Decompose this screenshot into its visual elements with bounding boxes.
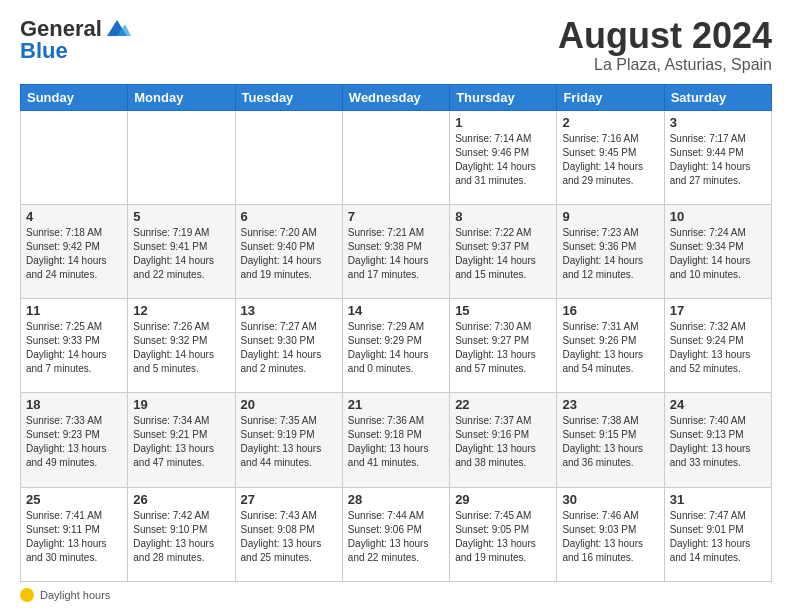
table-row: 17Sunrise: 7:32 AMSunset: 9:24 PMDayligh…: [664, 299, 771, 393]
calendar-table: Sunday Monday Tuesday Wednesday Thursday…: [20, 84, 772, 582]
main-title: August 2024: [558, 16, 772, 56]
day-number: 19: [133, 397, 229, 412]
col-saturday: Saturday: [664, 84, 771, 110]
day-number: 27: [241, 492, 337, 507]
table-row: 31Sunrise: 7:47 AMSunset: 9:01 PMDayligh…: [664, 487, 771, 581]
day-number: 13: [241, 303, 337, 318]
day-number: 23: [562, 397, 658, 412]
table-row: 13Sunrise: 7:27 AMSunset: 9:30 PMDayligh…: [235, 299, 342, 393]
day-info: Sunrise: 7:14 AMSunset: 9:46 PMDaylight:…: [455, 132, 551, 188]
day-info: Sunrise: 7:22 AMSunset: 9:37 PMDaylight:…: [455, 226, 551, 282]
table-row: 23Sunrise: 7:38 AMSunset: 9:15 PMDayligh…: [557, 393, 664, 487]
day-number: 31: [670, 492, 766, 507]
table-row: 6Sunrise: 7:20 AMSunset: 9:40 PMDaylight…: [235, 204, 342, 298]
day-info: Sunrise: 7:36 AMSunset: 9:18 PMDaylight:…: [348, 414, 444, 470]
table-row: 30Sunrise: 7:46 AMSunset: 9:03 PMDayligh…: [557, 487, 664, 581]
calendar-week-row: 1Sunrise: 7:14 AMSunset: 9:46 PMDaylight…: [21, 110, 772, 204]
col-monday: Monday: [128, 84, 235, 110]
table-row: 24Sunrise: 7:40 AMSunset: 9:13 PMDayligh…: [664, 393, 771, 487]
daylight-icon: [20, 588, 34, 602]
day-info: Sunrise: 7:47 AMSunset: 9:01 PMDaylight:…: [670, 509, 766, 565]
daylight-label: Daylight hours: [40, 589, 110, 601]
day-number: 29: [455, 492, 551, 507]
day-number: 2: [562, 115, 658, 130]
subtitle: La Plaza, Asturias, Spain: [558, 56, 772, 74]
table-row: 9Sunrise: 7:23 AMSunset: 9:36 PMDaylight…: [557, 204, 664, 298]
table-row: 10Sunrise: 7:24 AMSunset: 9:34 PMDayligh…: [664, 204, 771, 298]
day-number: 16: [562, 303, 658, 318]
calendar-week-row: 11Sunrise: 7:25 AMSunset: 9:33 PMDayligh…: [21, 299, 772, 393]
table-row: 25Sunrise: 7:41 AMSunset: 9:11 PMDayligh…: [21, 487, 128, 581]
table-row: 3Sunrise: 7:17 AMSunset: 9:44 PMDaylight…: [664, 110, 771, 204]
day-info: Sunrise: 7:24 AMSunset: 9:34 PMDaylight:…: [670, 226, 766, 282]
col-thursday: Thursday: [450, 84, 557, 110]
table-row: 7Sunrise: 7:21 AMSunset: 9:38 PMDaylight…: [342, 204, 449, 298]
title-area: August 2024 La Plaza, Asturias, Spain: [558, 16, 772, 74]
day-info: Sunrise: 7:23 AMSunset: 9:36 PMDaylight:…: [562, 226, 658, 282]
table-row: 12Sunrise: 7:26 AMSunset: 9:32 PMDayligh…: [128, 299, 235, 393]
day-number: 20: [241, 397, 337, 412]
day-info: Sunrise: 7:37 AMSunset: 9:16 PMDaylight:…: [455, 414, 551, 470]
day-info: Sunrise: 7:43 AMSunset: 9:08 PMDaylight:…: [241, 509, 337, 565]
day-number: 5: [133, 209, 229, 224]
day-info: Sunrise: 7:29 AMSunset: 9:29 PMDaylight:…: [348, 320, 444, 376]
day-info: Sunrise: 7:17 AMSunset: 9:44 PMDaylight:…: [670, 132, 766, 188]
page: General Blue August 2024 La Plaza, Astur…: [0, 0, 792, 612]
col-tuesday: Tuesday: [235, 84, 342, 110]
day-info: Sunrise: 7:21 AMSunset: 9:38 PMDaylight:…: [348, 226, 444, 282]
day-number: 30: [562, 492, 658, 507]
col-wednesday: Wednesday: [342, 84, 449, 110]
footer: Daylight hours: [20, 588, 772, 602]
table-row: [235, 110, 342, 204]
day-info: Sunrise: 7:45 AMSunset: 9:05 PMDaylight:…: [455, 509, 551, 565]
table-row: 1Sunrise: 7:14 AMSunset: 9:46 PMDaylight…: [450, 110, 557, 204]
calendar-week-row: 18Sunrise: 7:33 AMSunset: 9:23 PMDayligh…: [21, 393, 772, 487]
day-number: 4: [26, 209, 122, 224]
day-number: 25: [26, 492, 122, 507]
day-number: 8: [455, 209, 551, 224]
day-info: Sunrise: 7:19 AMSunset: 9:41 PMDaylight:…: [133, 226, 229, 282]
day-info: Sunrise: 7:26 AMSunset: 9:32 PMDaylight:…: [133, 320, 229, 376]
logo-icon: [103, 18, 131, 40]
table-row: [21, 110, 128, 204]
calendar-week-row: 25Sunrise: 7:41 AMSunset: 9:11 PMDayligh…: [21, 487, 772, 581]
day-number: 10: [670, 209, 766, 224]
day-number: 12: [133, 303, 229, 318]
table-row: 28Sunrise: 7:44 AMSunset: 9:06 PMDayligh…: [342, 487, 449, 581]
table-row: 20Sunrise: 7:35 AMSunset: 9:19 PMDayligh…: [235, 393, 342, 487]
day-number: 15: [455, 303, 551, 318]
table-row: 19Sunrise: 7:34 AMSunset: 9:21 PMDayligh…: [128, 393, 235, 487]
table-row: [128, 110, 235, 204]
day-info: Sunrise: 7:34 AMSunset: 9:21 PMDaylight:…: [133, 414, 229, 470]
day-number: 26: [133, 492, 229, 507]
calendar-header-row: Sunday Monday Tuesday Wednesday Thursday…: [21, 84, 772, 110]
day-number: 1: [455, 115, 551, 130]
day-number: 17: [670, 303, 766, 318]
day-info: Sunrise: 7:32 AMSunset: 9:24 PMDaylight:…: [670, 320, 766, 376]
day-number: 18: [26, 397, 122, 412]
logo: General Blue: [20, 16, 132, 64]
table-row: 14Sunrise: 7:29 AMSunset: 9:29 PMDayligh…: [342, 299, 449, 393]
day-info: Sunrise: 7:33 AMSunset: 9:23 PMDaylight:…: [26, 414, 122, 470]
day-info: Sunrise: 7:44 AMSunset: 9:06 PMDaylight:…: [348, 509, 444, 565]
day-info: Sunrise: 7:16 AMSunset: 9:45 PMDaylight:…: [562, 132, 658, 188]
day-number: 9: [562, 209, 658, 224]
day-info: Sunrise: 7:30 AMSunset: 9:27 PMDaylight:…: [455, 320, 551, 376]
day-number: 24: [670, 397, 766, 412]
day-info: Sunrise: 7:38 AMSunset: 9:15 PMDaylight:…: [562, 414, 658, 470]
day-info: Sunrise: 7:42 AMSunset: 9:10 PMDaylight:…: [133, 509, 229, 565]
table-row: 27Sunrise: 7:43 AMSunset: 9:08 PMDayligh…: [235, 487, 342, 581]
day-number: 28: [348, 492, 444, 507]
day-number: 7: [348, 209, 444, 224]
table-row: 11Sunrise: 7:25 AMSunset: 9:33 PMDayligh…: [21, 299, 128, 393]
day-number: 14: [348, 303, 444, 318]
table-row: 15Sunrise: 7:30 AMSunset: 9:27 PMDayligh…: [450, 299, 557, 393]
day-info: Sunrise: 7:35 AMSunset: 9:19 PMDaylight:…: [241, 414, 337, 470]
table-row: 2Sunrise: 7:16 AMSunset: 9:45 PMDaylight…: [557, 110, 664, 204]
table-row: 18Sunrise: 7:33 AMSunset: 9:23 PMDayligh…: [21, 393, 128, 487]
table-row: 22Sunrise: 7:37 AMSunset: 9:16 PMDayligh…: [450, 393, 557, 487]
day-number: 6: [241, 209, 337, 224]
day-info: Sunrise: 7:41 AMSunset: 9:11 PMDaylight:…: [26, 509, 122, 565]
day-info: Sunrise: 7:46 AMSunset: 9:03 PMDaylight:…: [562, 509, 658, 565]
day-info: Sunrise: 7:27 AMSunset: 9:30 PMDaylight:…: [241, 320, 337, 376]
